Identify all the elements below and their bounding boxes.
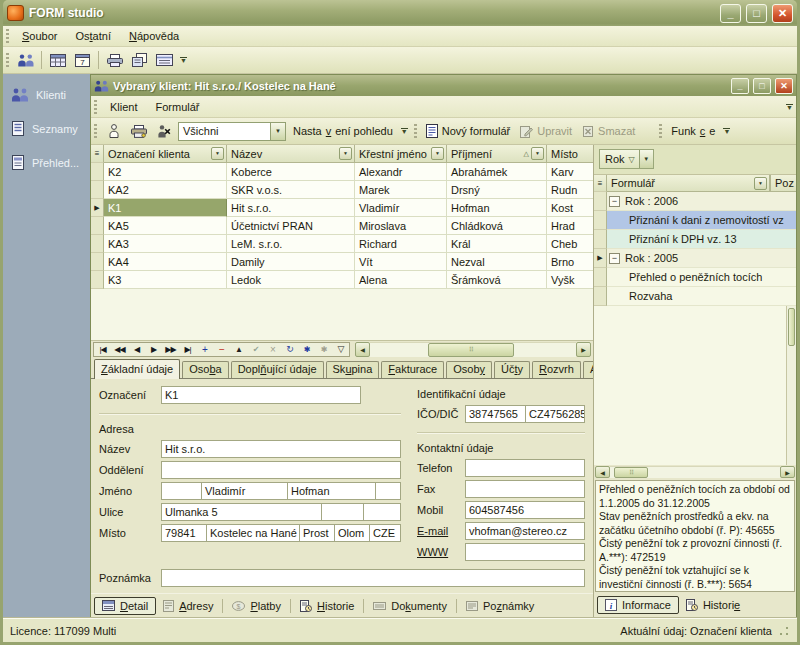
form-toolbar-grip[interactable] — [414, 124, 417, 138]
stat-field[interactable]: CZE — [369, 524, 401, 542]
forms-row[interactable]: Přiznání k DPH vz. 13 — [594, 230, 796, 249]
tab-poznamky[interactable]: Poznámky — [459, 598, 541, 614]
client-menubar-grip[interactable] — [94, 100, 97, 114]
table-row-selected[interactable]: ▶ K1 Hit s.r.o. Vladimír Hofman Kost — [91, 199, 593, 217]
tab-zakladni-udaje[interactable]: Základní údaje — [94, 359, 180, 379]
column-header-krestni-jmeno[interactable]: Křestní jméno▼ — [355, 145, 447, 163]
column-header-misto[interactable]: Místo — [547, 145, 593, 163]
client-menu-overflow-button[interactable]: ▼ — [783, 96, 796, 118]
scroll-left-icon[interactable]: ◀ — [355, 342, 370, 357]
nav-goto-bookmark-button[interactable]: ✱ — [315, 343, 332, 356]
table-horizontal-scrollbar[interactable]: ◀ ▶ — [355, 342, 591, 357]
forms-group-row-2005[interactable]: ▶ −Rok : 2005 — [594, 249, 796, 268]
column-filter-icon[interactable]: ▼ — [339, 147, 352, 160]
remove-person-toolbar-button[interactable] — [151, 120, 176, 142]
column-filter-icon[interactable]: ▼ — [211, 147, 224, 160]
forms-row[interactable]: Přehled o peněžních tocích — [594, 268, 796, 287]
scroll-right-icon[interactable]: ▶ — [780, 466, 795, 478]
forms-group-row-2006[interactable]: −Rok : 2006 — [594, 192, 796, 211]
tab-historie[interactable]: Historie — [293, 598, 361, 614]
menu-ostatni[interactable]: Ostatní — [66, 28, 119, 44]
nav-refresh-button[interactable]: ↻ — [281, 343, 298, 356]
forms-row-selected[interactable]: Přiznání k dani z nemovitostí vz — [594, 211, 796, 230]
functions-button[interactable]: Funkce — [666, 121, 720, 142]
menu-formular[interactable]: Formulář — [147, 99, 209, 115]
view-settings-button[interactable]: Nastavení pohledu — [288, 121, 398, 142]
column-header-prijmeni[interactable]: Příjmení△▼ — [447, 145, 547, 163]
mobil-field[interactable]: 604587456 — [465, 501, 585, 519]
nav-next-button[interactable]: ▶ — [145, 343, 162, 356]
menu-soubor[interactable]: Soubor — [13, 28, 66, 44]
column-header-oznaceni[interactable]: Označení klienta▼ — [104, 145, 227, 163]
toolbar-overflow-button[interactable]: ▼ — [177, 49, 190, 71]
forms-corner-menu-icon[interactable]: ≡ — [594, 175, 607, 192]
resize-grip[interactable] — [778, 625, 790, 637]
menu-napoveda[interactable]: Nápověda — [120, 28, 188, 44]
edit-form-button[interactable]: Upravit — [515, 121, 577, 142]
kraj-field[interactable]: Olom — [334, 524, 369, 542]
column-header-poznamka[interactable]: Poz — [770, 175, 796, 192]
jmeno-field[interactable]: Vladimír — [201, 482, 287, 500]
titul-za-field[interactable] — [375, 482, 401, 500]
nav-edit-button[interactable]: ▲ — [230, 343, 247, 356]
nav-last-button[interactable]: ▶| — [179, 343, 196, 356]
list-toolbar-button[interactable] — [152, 49, 177, 71]
table-row[interactable]: K2 Koberce Alexandr Abrahámek Karv — [91, 163, 593, 181]
oznaceni-field[interactable]: K1 — [161, 386, 361, 404]
scrollbar-thumb[interactable] — [614, 467, 648, 478]
nav-next-page-button[interactable]: ▶▶ — [162, 343, 179, 356]
tab-platby[interactable]: $ Platby — [225, 598, 288, 614]
tab-ucty[interactable]: Účty — [494, 361, 530, 378]
poznamka-field[interactable] — [161, 569, 585, 587]
ico-field[interactable]: 38747565 — [465, 405, 525, 423]
email-field[interactable]: vhofman@stereo.cz — [465, 522, 585, 540]
collapse-icon[interactable]: − — [609, 253, 620, 264]
table-corner-menu-icon[interactable]: ≡ — [91, 145, 104, 163]
tab-rozvrh[interactable]: Rozvrh — [532, 361, 581, 378]
copy-toolbar-button[interactable] — [127, 49, 152, 71]
www-label-link[interactable]: WWW — [417, 546, 465, 558]
close-button[interactable]: ✕ — [772, 4, 793, 23]
calendar-toolbar-button[interactable]: 7 — [70, 49, 95, 71]
client-close-button[interactable]: ✕ — [775, 78, 793, 94]
table-row[interactable]: KA4 Damily Vít Nezval Brno — [91, 253, 593, 271]
cislo-field[interactable] — [321, 503, 363, 521]
print-toolbar-button[interactable] — [102, 49, 127, 71]
toolbar-grip[interactable] — [6, 53, 9, 67]
prijmeni-field[interactable]: Hofman — [287, 482, 375, 500]
email-label-link[interactable]: E-mail — [417, 525, 465, 537]
scrollbar-thumb[interactable] — [788, 308, 795, 346]
forms-row[interactable]: Rozvaha — [594, 287, 796, 306]
chevron-down-icon[interactable]: ▼ — [270, 123, 285, 140]
clients-toolbar-button[interactable] — [13, 49, 38, 71]
oddeleni-field[interactable] — [161, 461, 401, 479]
dic-field[interactable]: CZ475628542 — [525, 405, 585, 423]
person-toolbar-button[interactable] — [101, 120, 126, 142]
column-header-nazev[interactable]: Název▼ — [227, 145, 355, 163]
forms-horizontal-scrollbar[interactable]: ◀ ▶ — [594, 465, 796, 479]
titul-field[interactable] — [161, 482, 201, 500]
fax-field[interactable] — [465, 480, 585, 498]
menu-klient[interactable]: Klient — [101, 99, 147, 115]
tab-detail[interactable]: Detail — [94, 597, 156, 615]
column-filter-icon[interactable]: ▼ — [754, 177, 767, 190]
column-filter-icon[interactable]: ▼ — [431, 147, 444, 160]
sidebar-item-seznamy[interactable]: Seznamy — [3, 119, 90, 138]
table-row[interactable]: K3 Ledok Alena Šrámková Vyšk — [91, 271, 593, 289]
mesto-field[interactable]: Kostelec na Hané — [206, 524, 299, 542]
tab-info-historie[interactable]: Historie — [679, 597, 747, 613]
nav-bookmark-button[interactable]: ✱ — [298, 343, 315, 356]
nav-prev-page-button[interactable]: ◀◀ — [111, 343, 128, 356]
tab-fakturace[interactable]: Fakturace — [381, 361, 444, 378]
filter-toolbar-overflow-button[interactable]: ▼ — [398, 120, 411, 142]
tab-osoba[interactable]: Osoba — [182, 361, 228, 378]
tab-adresy[interactable]: Adresy — [156, 598, 220, 614]
funkce-overflow-button[interactable]: ▼ — [720, 120, 733, 142]
scrollbar-thumb[interactable] — [428, 343, 515, 357]
scroll-left-icon[interactable]: ◀ — [595, 466, 610, 478]
new-form-button[interactable]: Nový formulář — [421, 121, 515, 142]
table-toolbar-button[interactable] — [45, 49, 70, 71]
nav-first-button[interactable]: |◀ — [94, 343, 111, 356]
cislo2-field[interactable] — [363, 503, 401, 521]
delete-form-button[interactable]: Smazat — [577, 121, 640, 142]
